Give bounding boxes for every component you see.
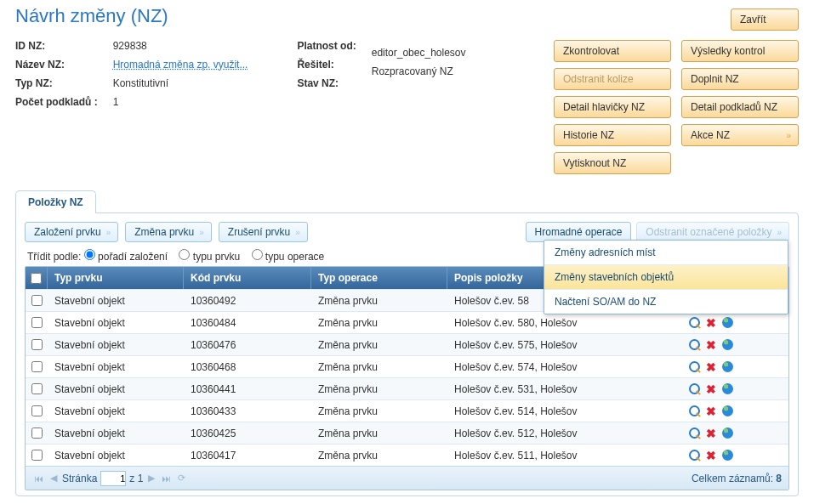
chevron-right-icon: »	[777, 228, 780, 237]
historie-nz-button[interactable]: Historie NZ	[554, 124, 671, 146]
delete-icon[interactable]: ✖	[704, 449, 718, 462]
delete-icon[interactable]: ✖	[704, 360, 718, 374]
name-value[interactable]: Hromadná změna zp. využit...	[113, 59, 248, 71]
row-checkbox[interactable]	[31, 339, 43, 350]
detail-podklad-nz-button[interactable]: Detail podkladů NZ	[681, 96, 799, 118]
detail-icon[interactable]	[688, 316, 702, 330]
cell-typ: Stavební objekt	[48, 312, 184, 333]
zkontrolovat-button[interactable]: Zkontrolovat	[554, 40, 671, 62]
count-value: 1	[113, 96, 248, 108]
col-typ[interactable]: Typ prvku	[48, 267, 184, 289]
delete-icon[interactable]: ✖	[704, 382, 718, 396]
row-checkbox[interactable]	[31, 405, 43, 416]
tab-panel: Založení prvku» Změna prvku» Zrušení prv…	[15, 212, 799, 496]
dropdown-item[interactable]: Načtení SO/AM do NZ	[544, 290, 788, 314]
col-kod[interactable]: Kód prvku	[184, 267, 311, 289]
create-item-button[interactable]: Založení prvku»	[25, 222, 118, 242]
doplnit-nz-button[interactable]: Doplnit NZ	[681, 68, 799, 90]
table-row: Stavební objekt10360433Změna prvkuHolešo…	[26, 399, 788, 422]
cell-op: Změna prvku	[311, 400, 447, 422]
detail-icon[interactable]	[688, 427, 702, 440]
row-checkbox[interactable]	[31, 317, 43, 328]
type-value: Konstitutivní	[113, 77, 248, 89]
cell-typ: Stavební objekt	[48, 445, 184, 466]
cell-kod: 10360441	[184, 378, 311, 399]
id-value: 929838	[113, 40, 248, 52]
delete-icon[interactable]: ✖	[704, 316, 718, 330]
cell-typ: Stavební objekt	[48, 290, 184, 311]
odstranit-kolize-button[interactable]: Odstranit kolize	[554, 68, 671, 90]
pager-first-icon[interactable]: ⏮	[32, 473, 45, 484]
cell-popis: Holešov č.ev. 511, Holešov	[447, 445, 681, 466]
cell-popis: Holešov č.ev. 580, Holešov	[447, 312, 681, 333]
v-sledky-kontrol-button[interactable]: Výsledky kontrol	[681, 40, 799, 62]
state-label: Stav NZ:	[297, 77, 356, 89]
cell-popis: Holešov č.ev. 514, Holešov	[447, 400, 681, 422]
cell-popis: Holešov č.ev. 574, Holešov	[447, 356, 681, 377]
cell-typ: Stavební objekt	[48, 422, 184, 444]
sort-opt-op[interactable]: typu operace	[252, 251, 325, 263]
pager-next-icon[interactable]: ▶	[146, 473, 157, 484]
delete-icon[interactable]: ✖	[704, 338, 718, 352]
globe-icon[interactable]	[720, 316, 734, 330]
akce-nz-button[interactable]: Akce NZ»	[681, 124, 799, 146]
cell-typ: Stavební objekt	[48, 400, 184, 422]
cell-popis: Holešov č.ev. 531, Holešov	[447, 378, 681, 399]
cell-typ: Stavební objekt	[48, 356, 184, 377]
valid-label: Platnost od:	[297, 40, 356, 52]
row-checkbox[interactable]	[31, 295, 43, 306]
cell-op: Změna prvku	[311, 334, 447, 355]
globe-icon[interactable]	[720, 427, 734, 440]
cell-kod: 10360492	[184, 290, 311, 311]
globe-icon[interactable]	[720, 382, 734, 396]
pager-label: Stránka	[62, 473, 97, 484]
detail-icon[interactable]	[688, 449, 702, 462]
close-button[interactable]: Zavřít	[731, 8, 799, 31]
state-value: Rozpracovaný NZ	[372, 65, 466, 77]
sort-opt-order[interactable]: pořadí založení	[84, 251, 168, 263]
row-checkbox[interactable]	[31, 450, 43, 461]
side-button-stack: ZkontrolovatOdstranit kolizeDetail hlavi…	[554, 40, 799, 174]
type-label: Typ NZ:	[15, 77, 98, 89]
cell-popis: Holešov č.ev. 512, Holešov	[447, 422, 681, 444]
row-checkbox[interactable]	[31, 361, 43, 372]
detail-icon[interactable]	[688, 360, 702, 374]
cell-op: Změna prvku	[311, 445, 447, 466]
globe-icon[interactable]	[720, 338, 734, 352]
detail-hlavi-ky-nz-button[interactable]: Detail hlavičky NZ	[554, 96, 671, 118]
sort-opt-type[interactable]: typu prvku	[179, 251, 240, 263]
globe-icon[interactable]	[720, 449, 734, 462]
vytisknout-nz-button[interactable]: Vytisknout NZ	[554, 152, 671, 174]
cancel-item-button[interactable]: Zrušení prvku»	[219, 222, 308, 242]
delete-icon[interactable]: ✖	[704, 427, 718, 440]
pager: ⏮ ◀ Stránka z 1 ▶ ⏭ ⟳ Celkem záznamů: 8	[26, 466, 788, 490]
solver-label: Řešitel:	[297, 59, 356, 71]
tab-polozky-nz[interactable]: Položky NZ	[15, 190, 96, 213]
pager-total: Celkem záznamů: 8	[692, 473, 782, 484]
cell-typ: Stavební objekt	[48, 334, 184, 355]
row-checkbox[interactable]	[31, 428, 43, 439]
pager-last-icon[interactable]: ⏭	[160, 473, 173, 484]
count-label: Počet podkladů :	[15, 96, 98, 108]
solver-value: editor_obec_holesov	[372, 47, 466, 59]
detail-icon[interactable]	[688, 405, 702, 418]
pager-refresh-icon[interactable]: ⟳	[176, 473, 187, 484]
cell-op: Změna prvku	[311, 312, 447, 333]
cell-op: Změna prvku	[311, 378, 447, 399]
detail-icon[interactable]	[688, 338, 702, 352]
delete-icon[interactable]: ✖	[704, 405, 718, 418]
dropdown-item[interactable]: Změny adresních míst	[544, 241, 788, 265]
globe-icon[interactable]	[720, 405, 734, 418]
change-item-button[interactable]: Změna prvku»	[125, 222, 212, 242]
select-all-checkbox[interactable]	[31, 273, 42, 284]
pager-prev-icon[interactable]: ◀	[48, 473, 59, 484]
row-checkbox[interactable]	[31, 383, 43, 394]
cell-kod: 10360476	[184, 334, 311, 355]
chevron-right-icon: »	[106, 228, 110, 237]
dropdown-item[interactable]: Změny stavebních objektů	[544, 265, 788, 290]
detail-icon[interactable]	[688, 382, 702, 396]
col-op[interactable]: Typ operace	[311, 267, 447, 289]
cell-kod: 10360468	[184, 356, 311, 377]
globe-icon[interactable]	[720, 360, 734, 374]
pager-page-input[interactable]	[100, 471, 126, 486]
